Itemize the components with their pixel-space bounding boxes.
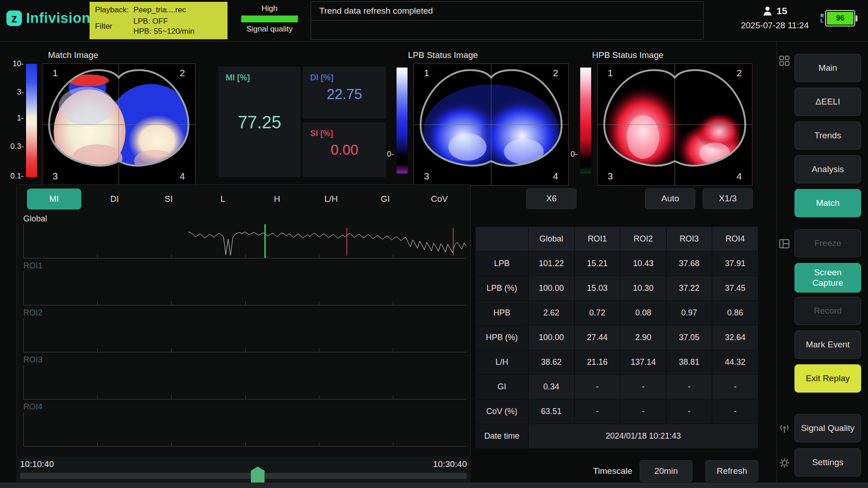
axis-tick <box>97 442 98 446</box>
-eeli-button[interactable]: ΔEELI <box>794 88 861 116</box>
tab-l[interactable]: L <box>196 189 250 210</box>
tab-gi[interactable]: GI <box>358 189 413 210</box>
match-scale-label: 3- <box>17 88 24 97</box>
freeze-button: Freeze <box>794 229 861 257</box>
table-cell: 15.21 <box>574 252 620 276</box>
lpb-scale-zero-label: 0- <box>382 150 394 159</box>
table-cell: 27.44 <box>574 325 620 350</box>
axis-tick <box>171 301 172 305</box>
table-cell: - <box>666 375 712 399</box>
settings-gear-icon[interactable] <box>778 457 790 469</box>
table-row-label: CoV (%) <box>476 399 529 424</box>
timescale-controls: Timescale 20min Refresh <box>475 460 758 482</box>
tab-h[interactable]: H <box>250 189 304 210</box>
settings-button[interactable]: Settings <box>794 448 861 477</box>
axis-tick <box>97 301 98 305</box>
trend-panel: MIDISILHL/HGICoV GlobalROI1ROI2ROI3ROI4 <box>16 184 471 487</box>
timescale-value-button[interactable]: 20min <box>640 460 693 482</box>
x6-zoom-button[interactable]: X6 <box>526 188 577 209</box>
table-cell: 32.64 <box>712 325 758 350</box>
analysis-button[interactable]: Analysis <box>794 155 861 184</box>
timeline-start-time: 10:10:40 <box>20 459 54 469</box>
table-header-cell: ROI2 <box>620 227 667 252</box>
layout-grid-icon[interactable] <box>778 55 790 67</box>
table-cell: 0.86 <box>712 301 758 325</box>
user-count: 15 <box>777 5 787 16</box>
status-message: Trend data refresh completed <box>319 6 433 16</box>
status-message-box: Trend data refresh completed <box>311 1 704 40</box>
table-header-cell: Global <box>529 227 575 252</box>
table-cell: - <box>712 399 758 424</box>
tab-si[interactable]: SI <box>142 189 196 210</box>
table-cell: - <box>574 375 620 399</box>
trend-row-label: ROI1 <box>23 261 42 271</box>
split-view-icon[interactable] <box>778 238 790 250</box>
signal-broadcast-icon[interactable] <box>778 423 790 435</box>
brand-name: Infivision <box>26 10 90 26</box>
trend-row-label: Global <box>23 214 47 224</box>
table-cell: 37.45 <box>712 276 758 301</box>
table-cell: 37.68 <box>666 252 712 276</box>
bottom-scroll-strip <box>0 483 868 488</box>
tab-di[interactable]: DI <box>88 189 142 210</box>
table-cell: 38.81 <box>666 350 712 375</box>
table-row: LPB101.2215.2110.4337.6837.91 <box>476 252 758 276</box>
trends-button[interactable]: Trends <box>794 121 861 150</box>
tab-mi[interactable]: MI <box>27 189 81 210</box>
main-button[interactable]: Main <box>794 54 861 82</box>
table-cell: 0.97 <box>666 301 712 325</box>
table-cell: 2.62 <box>529 301 575 325</box>
table-header-cell: ROI1 <box>574 227 620 252</box>
hpb-lung-image: 1 2 3 4 <box>597 63 752 186</box>
table-cell: 100.00 <box>529 325 575 350</box>
match-scale-label: 0.1- <box>11 172 24 181</box>
trend-row-roi3: ROI3 <box>21 354 467 401</box>
trend-chart-roi4 <box>23 412 466 446</box>
tab-cov[interactable]: CoV <box>413 189 467 210</box>
table-cell: 137.14 <box>620 350 667 375</box>
match-button[interactable]: Match <box>794 189 861 217</box>
topbar-divider <box>0 41 868 42</box>
auto-scale-button[interactable]: Auto <box>645 188 695 209</box>
axis-tick <box>171 395 172 399</box>
table-cell: 38.62 <box>529 350 575 375</box>
x13-scale-button[interactable]: X1/3 <box>703 188 753 209</box>
tab-l-h[interactable]: L/H <box>304 189 359 210</box>
trend-row-roi4: ROI4 <box>21 401 467 448</box>
hpb-quadrant-4: 4 <box>736 171 742 182</box>
timeline-slider-panel: 10:10:40 10:30:40 <box>16 457 471 482</box>
hpb-image-title: HPB Status Image <box>592 50 663 60</box>
screen-capture-button[interactable]: Screen Capture <box>794 263 861 293</box>
timeline-end-time: 10:30:40 <box>433 459 467 469</box>
table-cell: 2.90 <box>620 325 667 350</box>
timeline-slider-thumb[interactable] <box>251 467 265 483</box>
table-cell: 15.03 <box>574 276 620 301</box>
battery-r-label: R <box>820 13 824 19</box>
lpb-quadrant-2: 2 <box>553 68 558 79</box>
signal-quality-label: Signal quality <box>231 25 308 34</box>
match-quadrant-3: 3 <box>53 171 58 182</box>
brand-icon: z <box>6 10 22 26</box>
table-header-cell: ROI3 <box>666 227 712 252</box>
exit-replay-button[interactable]: Exit Replay <box>794 364 861 393</box>
trend-chart-roi3 <box>23 365 466 399</box>
signal-quality-level: High <box>231 4 308 13</box>
trend-row-roi2: ROI2 <box>21 307 467 354</box>
axis-tick <box>393 442 393 446</box>
filter-label: Filter <box>95 21 133 31</box>
table-cell: 37.05 <box>666 325 712 350</box>
lpb-quadrant-3: 3 <box>424 171 429 182</box>
battery-icon: 96 <box>825 10 855 26</box>
axis-tick <box>245 348 246 352</box>
axis-tick <box>245 301 246 305</box>
match-quadrant-1: 1 <box>53 68 58 79</box>
table-row-label: LPB (%) <box>476 276 529 301</box>
si-value-box: SI [%] 0.00 <box>303 122 386 177</box>
mark-event-button[interactable]: Mark Event <box>794 331 861 359</box>
match-scale-label: 0.3- <box>11 142 24 151</box>
timeline-slider-track[interactable] <box>20 473 467 479</box>
signal-quality-button[interactable]: Signal Quality <box>794 414 861 442</box>
refresh-button[interactable]: Refresh <box>705 460 758 482</box>
table-cell: 37.22 <box>666 276 712 301</box>
mi-value: 77.25 <box>226 113 293 132</box>
